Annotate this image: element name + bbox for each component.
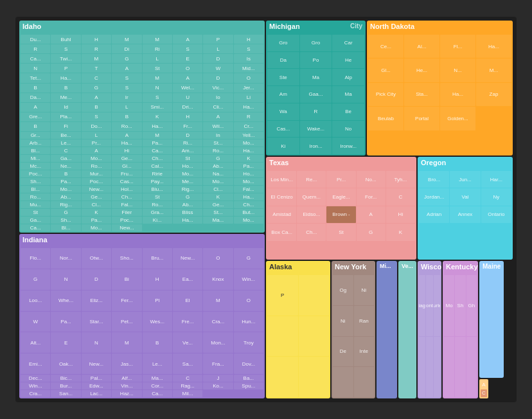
cell[interactable]: In bbox=[203, 132, 233, 139]
cell[interactable]: Ba... bbox=[234, 375, 263, 382]
cell[interactable]: Ontario bbox=[481, 206, 511, 223]
cell[interactable]: Le... bbox=[143, 353, 172, 374]
cell[interactable]: Pa... bbox=[51, 312, 80, 332]
cell[interactable]: Vin... bbox=[112, 382, 141, 389]
cell[interactable]: Ro... bbox=[82, 163, 111, 170]
cell[interactable]: P bbox=[51, 64, 80, 73]
cell[interactable]: Twi... bbox=[51, 54, 80, 63]
cell[interactable]: Ch... bbox=[234, 201, 263, 208]
cell[interactable]: Win... bbox=[234, 269, 263, 290]
cell[interactable]: Cra... bbox=[203, 312, 233, 332]
cell[interactable]: A bbox=[173, 73, 202, 82]
cell[interactable] bbox=[444, 337, 454, 398]
cell[interactable]: M bbox=[143, 73, 172, 82]
cell[interactable]: Hurley bbox=[434, 275, 440, 336]
cell[interactable]: Da... bbox=[21, 93, 50, 102]
cell[interactable]: Pick City bbox=[368, 83, 403, 106]
cell[interactable]: Ma... bbox=[203, 217, 233, 224]
cell[interactable]: K bbox=[143, 112, 172, 121]
cell[interactable]: Poc... bbox=[112, 217, 141, 224]
cell[interactable]: Ea... bbox=[173, 269, 202, 290]
cell[interactable]: Jas... bbox=[112, 353, 141, 374]
cell[interactable]: Gro bbox=[267, 35, 299, 51]
cell[interactable]: Ch... bbox=[112, 193, 141, 201]
cell[interactable]: Hi bbox=[112, 147, 141, 154]
cell[interactable]: Ve... bbox=[173, 332, 202, 353]
cell[interactable]: He... bbox=[404, 58, 439, 82]
cell[interactable]: M bbox=[143, 132, 172, 139]
cell[interactable]: Ririe bbox=[143, 170, 172, 177]
cell[interactable]: Ab... bbox=[203, 163, 233, 170]
cell[interactable]: A bbox=[173, 35, 202, 44]
cell[interactable]: Cas... bbox=[112, 178, 141, 185]
cell[interactable]: Tyh... bbox=[386, 171, 415, 188]
cell[interactable]: Mo... bbox=[173, 170, 202, 177]
cell[interactable]: El Cenizo bbox=[267, 188, 296, 205]
cell[interactable]: Arb... bbox=[21, 139, 50, 147]
cell[interactable]: K bbox=[203, 193, 233, 201]
cell[interactable]: N bbox=[51, 269, 80, 290]
cell[interactable]: Sh... bbox=[21, 178, 50, 185]
cell[interactable]: Gl... bbox=[112, 163, 141, 170]
cell[interactable]: Ri... bbox=[173, 139, 202, 147]
cell[interactable] bbox=[267, 357, 298, 397]
cell[interactable]: Gr... bbox=[21, 132, 50, 139]
cell[interactable]: Hol... bbox=[112, 186, 141, 193]
cell[interactable]: Ca... bbox=[21, 54, 50, 63]
cell[interactable]: E bbox=[173, 54, 202, 63]
cell[interactable]: Lac... bbox=[82, 390, 111, 397]
cell[interactable]: N bbox=[143, 84, 172, 93]
cell[interactable]: Ni bbox=[333, 306, 353, 336]
cell[interactable]: Bl... bbox=[21, 147, 50, 154]
cell[interactable]: S bbox=[112, 84, 141, 93]
cell[interactable]: Na... bbox=[203, 170, 233, 177]
cell[interactable]: A bbox=[203, 112, 233, 121]
cell[interactable]: M bbox=[112, 332, 141, 353]
cell[interactable] bbox=[466, 337, 477, 398]
cell[interactable]: San... bbox=[51, 390, 80, 397]
cell[interactable]: Niag... bbox=[419, 275, 425, 336]
cell[interactable]: Io bbox=[203, 93, 233, 102]
cell[interactable]: S bbox=[234, 44, 263, 53]
cell[interactable]: D bbox=[203, 73, 233, 82]
cell[interactable]: Be... bbox=[51, 132, 80, 139]
cell[interactable]: Le... bbox=[51, 139, 80, 147]
cell[interactable]: Pr... bbox=[82, 139, 111, 147]
cell[interactable]: Loo... bbox=[21, 290, 50, 311]
cell[interactable]: Po bbox=[300, 52, 332, 69]
cell[interactable]: St bbox=[143, 64, 172, 73]
cell[interactable]: Mi... bbox=[21, 155, 50, 162]
cell[interactable]: G bbox=[173, 193, 202, 201]
cell[interactable]: Mon... bbox=[203, 332, 233, 353]
cell[interactable]: Fal... bbox=[112, 201, 141, 208]
cell[interactable]: Zap bbox=[476, 83, 511, 106]
cell[interactable]: Ste bbox=[267, 69, 299, 85]
cell[interactable]: B bbox=[82, 103, 111, 112]
cell[interactable]: S bbox=[82, 112, 111, 121]
cell[interactable]: W bbox=[203, 64, 233, 73]
cell[interactable]: Ha... bbox=[234, 147, 263, 154]
cell[interactable]: Eagle... bbox=[326, 188, 355, 205]
cell[interactable]: Dri... bbox=[173, 103, 202, 112]
cell[interactable]: K bbox=[234, 155, 263, 162]
cell[interactable]: Is bbox=[234, 54, 263, 63]
cell[interactable]: M bbox=[143, 35, 172, 44]
cell[interactable]: New... bbox=[82, 186, 111, 193]
cell[interactable]: Blu... bbox=[143, 186, 172, 193]
cell[interactable]: Mont... bbox=[426, 275, 432, 336]
cell[interactable]: R bbox=[234, 112, 263, 121]
cell[interactable]: Bl... bbox=[21, 186, 50, 193]
cell[interactable]: K bbox=[386, 224, 415, 240]
cell[interactable]: Ma bbox=[332, 86, 364, 103]
cell[interactable]: A bbox=[357, 206, 386, 223]
cell[interactable]: Gra... bbox=[143, 209, 172, 216]
cell[interactable]: Ironw... bbox=[332, 138, 364, 154]
cell[interactable]: Mu... bbox=[21, 201, 50, 208]
cell[interactable]: Amistad bbox=[267, 206, 296, 223]
cell[interactable]: Poc... bbox=[21, 170, 50, 177]
cell[interactable] bbox=[455, 337, 465, 398]
cell[interactable]: Wes... bbox=[143, 312, 172, 332]
cell[interactable]: Ca... bbox=[21, 224, 50, 231]
cell[interactable]: Rig... bbox=[51, 201, 80, 208]
cell[interactable]: Ma bbox=[300, 69, 332, 85]
